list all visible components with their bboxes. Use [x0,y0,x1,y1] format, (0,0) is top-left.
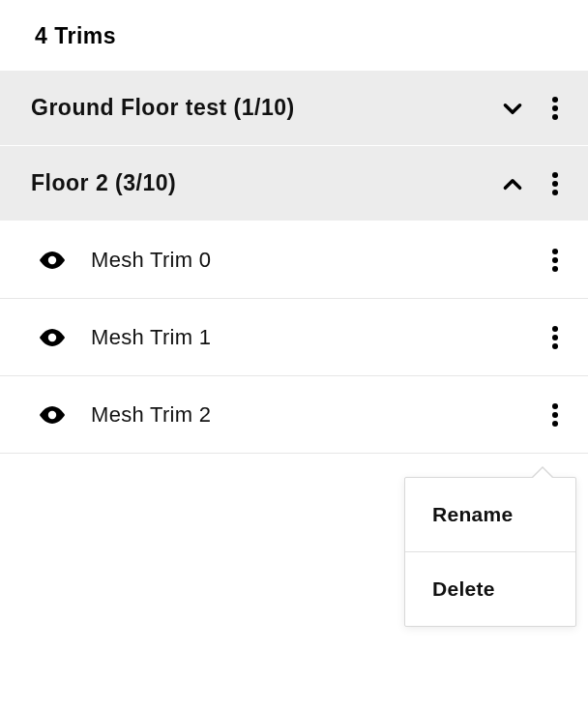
svg-point-4 [552,181,558,187]
kebab-icon[interactable] [538,239,573,281]
svg-point-15 [552,403,558,409]
chevron-up-icon[interactable] [491,163,534,205]
svg-point-16 [552,412,558,418]
svg-point-6 [48,255,56,263]
visibility-icon[interactable] [33,396,72,434]
floor-group-ground[interactable]: Ground Floor test (1/10) [0,71,588,146]
floor-group-floor2[interactable]: Floor 2 (3/10) [0,146,588,222]
context-menu: Rename Delete [404,477,576,627]
visibility-icon[interactable] [33,318,72,357]
svg-point-2 [552,114,558,120]
trim-item: Mesh Trim 1 [0,299,588,376]
trim-label: Mesh Trim 1 [91,325,534,350]
chevron-down-icon[interactable] [491,87,534,130]
floor-group-label: Ground Floor test (1/10) [31,95,491,121]
svg-point-5 [552,190,558,195]
panel-title: 4 Trims [0,0,588,71]
rename-menu-item[interactable]: Rename [405,478,575,551]
visibility-icon[interactable] [33,241,72,280]
svg-point-14 [48,410,56,418]
floor-group-label: Floor 2 (3/10) [31,170,491,196]
svg-point-3 [552,172,558,178]
kebab-icon[interactable] [538,394,573,436]
trim-item: Mesh Trim 2 [0,376,588,454]
trim-label: Mesh Trim 0 [91,248,534,273]
svg-point-9 [552,266,558,272]
svg-point-13 [552,343,558,349]
trim-label: Mesh Trim 2 [91,402,534,428]
svg-point-10 [48,333,56,340]
svg-point-7 [552,249,558,254]
svg-point-1 [552,105,558,111]
svg-point-11 [552,326,558,332]
svg-point-17 [552,421,558,427]
kebab-icon[interactable] [538,163,573,205]
kebab-icon[interactable] [538,87,573,130]
svg-point-8 [552,257,558,263]
svg-point-0 [552,97,558,103]
trim-item: Mesh Trim 0 [0,222,588,299]
svg-point-12 [552,335,558,340]
delete-menu-item[interactable]: Delete [405,551,575,626]
kebab-icon[interactable] [538,316,573,359]
